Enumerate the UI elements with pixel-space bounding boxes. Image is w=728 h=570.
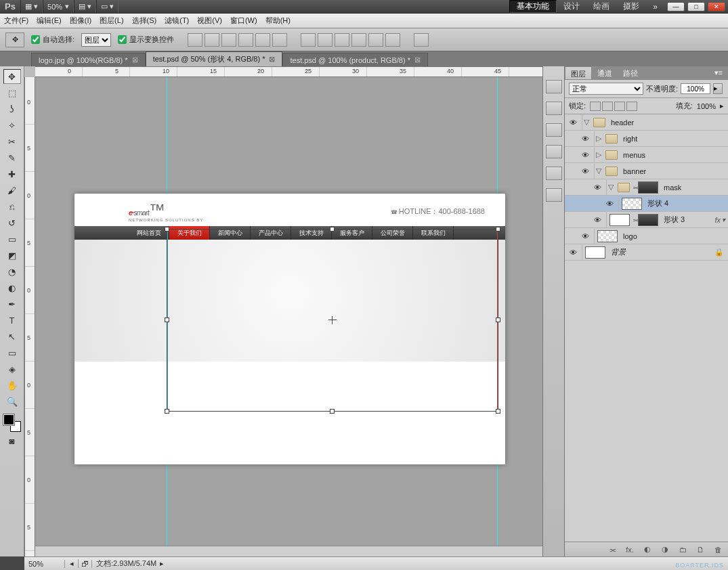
menu-window[interactable]: 窗口(W)	[230, 16, 257, 26]
status-doc-info[interactable]: 文档:2.93M/5.74M	[92, 558, 156, 569]
fill-value[interactable]: 100%	[697, 102, 716, 110]
align-vcenter-icon[interactable]	[205, 33, 219, 47]
layer-logo[interactable]: 👁logo	[565, 228, 728, 244]
auto-select-checkbox[interactable]: 自动选择:	[31, 35, 74, 45]
align-hcenter-icon[interactable]	[255, 33, 270, 47]
menu-file[interactable]: 文件(F)	[4, 16, 28, 26]
tab-paths[interactable]: 路径	[618, 66, 643, 79]
lasso-tool[interactable]: ʖ	[3, 102, 21, 116]
status-next-icon[interactable]: 🗗	[79, 560, 92, 568]
blend-mode-select[interactable]: 正常	[569, 83, 643, 95]
visibility-icon[interactable]: 👁	[565, 244, 582, 260]
clone-stamp-tool[interactable]: ⎌	[3, 199, 21, 214]
horizontal-scrollbar[interactable]	[35, 546, 542, 556]
window-close-button[interactable]: ✕	[708, 2, 725, 12]
dist-hcenter-icon[interactable]	[368, 33, 383, 47]
eyedropper-tool[interactable]: ✎	[3, 150, 21, 165]
zoom-tool[interactable]: 🔍	[3, 394, 21, 409]
adjustments-panel-icon[interactable]	[546, 145, 562, 158]
delete-layer-icon[interactable]: 🗑	[712, 545, 724, 554]
close-icon[interactable]: ⊠	[414, 56, 421, 64]
tab-channels[interactable]: 通道	[592, 66, 618, 79]
opacity-value[interactable]: 100%	[681, 83, 710, 94]
workspace-design[interactable]: 设计	[557, 0, 586, 13]
align-bottom-icon[interactable]	[221, 33, 236, 47]
visibility-icon[interactable]: 👁	[577, 147, 595, 162]
window-maximize-button[interactable]: □	[687, 2, 705, 12]
color-swatch[interactable]	[3, 414, 21, 432]
visibility-icon[interactable]: 👁	[601, 196, 619, 211]
visibility-icon[interactable]: 👁	[577, 163, 595, 179]
layer-right[interactable]: 👁▷right	[565, 131, 728, 147]
swatches-panel-icon[interactable]	[546, 102, 562, 115]
blur-tool[interactable]: ◔	[3, 264, 21, 279]
close-icon[interactable]: ⊠	[269, 55, 275, 64]
paragraph-panel-icon[interactable]	[546, 188, 562, 202]
character-panel-icon[interactable]	[546, 167, 562, 180]
pen-tool[interactable]: ✒	[3, 297, 21, 311]
fx-badge[interactable]: fx ▾	[714, 216, 725, 224]
auto-select-target[interactable]: 图层	[81, 33, 111, 47]
styles-panel-icon[interactable]	[546, 123, 562, 137]
marquee-tool[interactable]: ⬚	[3, 85, 21, 100]
tab-layers[interactable]: 图层	[565, 66, 592, 79]
view-extras-icon[interactable]: ▤ ▾	[74, 0, 96, 13]
move-tool[interactable]: ✥	[3, 69, 21, 84]
workspace-more-icon[interactable]: »	[646, 0, 664, 13]
hand-tool[interactable]: ✋	[3, 378, 21, 393]
lock-transparent-icon[interactable]	[590, 102, 601, 111]
visibility-icon[interactable]: 👁	[589, 212, 607, 227]
opacity-slider-icon[interactable]: ▸	[713, 83, 723, 94]
dist-left-icon[interactable]	[351, 33, 366, 47]
layer-style-icon[interactable]: fx.	[624, 545, 636, 554]
visibility-icon[interactable]: 👁	[577, 228, 595, 244]
align-top-icon[interactable]	[188, 33, 202, 47]
type-tool[interactable]: T	[3, 313, 21, 328]
lock-pixels-icon[interactable]	[602, 102, 613, 111]
doc-tab-1[interactable]: logo.jpg @ 100%(RGB/8) *⊠	[31, 53, 146, 66]
status-prev-icon[interactable]: ◂	[65, 559, 79, 568]
shape-tool[interactable]: ▭	[3, 345, 21, 360]
bridge-icon[interactable]: ▦ ▾	[20, 0, 43, 13]
magic-wand-tool[interactable]: ✧	[3, 118, 21, 133]
menu-help[interactable]: 帮助(H)	[265, 16, 291, 26]
dodge-tool[interactable]: ◐	[3, 280, 21, 295]
gradient-tool[interactable]: ◩	[3, 248, 21, 263]
auto-align-icon[interactable]	[414, 33, 429, 47]
healing-brush-tool[interactable]: ✚	[3, 167, 21, 181]
layer-header[interactable]: 👁▽header	[565, 114, 728, 131]
eraser-tool[interactable]: ▭	[3, 232, 21, 246]
menu-select[interactable]: 选择(S)	[132, 16, 157, 26]
status-menu-icon[interactable]: ▸	[156, 559, 167, 568]
workspace-paint[interactable]: 绘画	[586, 0, 616, 13]
history-panel-icon[interactable]	[546, 80, 562, 93]
layer-menus[interactable]: 👁▷menus	[565, 147, 728, 163]
crop-tool[interactable]: ✂	[3, 134, 21, 149]
layer-banner[interactable]: 👁▽banner	[565, 163, 728, 179]
lock-all-icon[interactable]	[626, 102, 637, 111]
align-right-icon[interactable]	[272, 33, 287, 47]
new-group-icon[interactable]: 🗀	[677, 545, 689, 554]
layer-background[interactable]: 👁背景🔒	[565, 244, 728, 261]
menu-layer[interactable]: 图层(L)	[100, 16, 123, 26]
move-tool-icon[interactable]: ✥	[5, 32, 24, 47]
path-selection-tool[interactable]: ↖	[3, 329, 21, 344]
status-zoom[interactable]: 50%	[24, 560, 65, 568]
workspace-essentials[interactable]: 基本功能	[509, 0, 557, 13]
layer-mask-icon[interactable]: ◐	[641, 545, 654, 554]
visibility-icon[interactable]: 👁	[565, 114, 582, 130]
history-brush-tool[interactable]: ↺	[3, 215, 21, 230]
menu-image[interactable]: 图像(I)	[70, 16, 91, 26]
zoom-indicator[interactable]: 50% ▾	[43, 0, 74, 13]
dist-top-icon[interactable]	[301, 33, 316, 47]
layer-mask[interactable]: 👁▽⫘mask	[565, 179, 728, 196]
ruler-vertical[interactable]: 0 5 0 5 0 5 0 5 0 5	[24, 77, 35, 556]
doc-tab-2[interactable]: test.psd @ 50% (形状 4, RGB/8) *⊠	[146, 51, 283, 66]
show-transform-checkbox[interactable]: 显示变换控件	[118, 35, 174, 45]
window-minimize-button[interactable]: —	[667, 2, 685, 12]
panel-menu-icon[interactable]: ▾≡	[709, 66, 728, 79]
layer-shape3[interactable]: 👁⫘形状 3fx ▾	[565, 212, 728, 228]
workspace-photo[interactable]: 摄影	[616, 0, 646, 13]
menu-edit[interactable]: 编辑(E)	[37, 16, 62, 26]
fill-slider-icon[interactable]: ▸	[720, 102, 724, 110]
